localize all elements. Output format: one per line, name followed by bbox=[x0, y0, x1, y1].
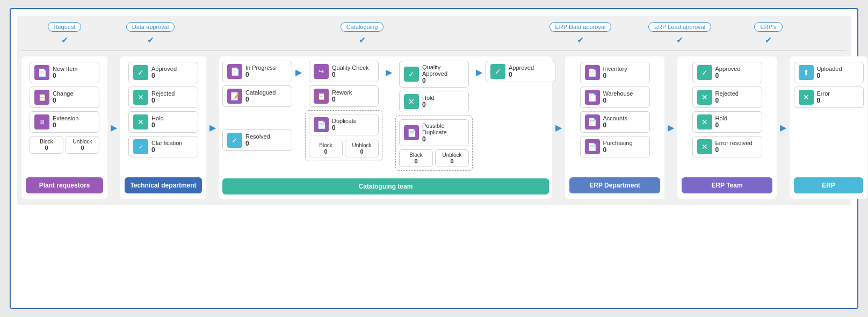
plant-requestors-button[interactable]: Plant requestors bbox=[26, 177, 103, 193]
state-new-item[interactable]: 📄 New Item 0 bbox=[30, 62, 99, 83]
cat-block-unblock: Block 0 Unblock 0 bbox=[309, 140, 379, 157]
accounts-count: 0 bbox=[603, 121, 627, 129]
cat-block-card[interactable]: Block 0 bbox=[309, 140, 343, 157]
hold-cat-count: 0 bbox=[422, 101, 435, 109]
possible-dup-icon: 📄 bbox=[404, 125, 419, 140]
state-qc[interactable]: ↪ Quality Check 0 bbox=[309, 61, 379, 82]
new-item-label: New Item bbox=[53, 66, 77, 72]
uploaded-count: 0 bbox=[817, 72, 842, 80]
state-purchasing[interactable]: 📄 Purchasing 0 bbox=[580, 136, 650, 157]
cat-qa-block-count: 0 bbox=[414, 158, 417, 164]
state-possible-dup[interactable]: 📄 Possible Duplicate 0 bbox=[399, 119, 469, 146]
state-inprogress[interactable]: 📄 In Progress 0 bbox=[222, 61, 292, 82]
state-rejected-da[interactable]: ✕ Rejected 0 bbox=[128, 87, 198, 108]
phase-erp-data-label: ERP Data approval bbox=[549, 22, 612, 32]
extension-count: 0 bbox=[53, 121, 78, 129]
resolved-label: Resolved bbox=[245, 133, 270, 140]
qa-approved-icon: ✓ bbox=[404, 67, 419, 82]
inprogress-label: In Progress bbox=[245, 64, 276, 71]
request-block-card[interactable]: Block 0 bbox=[30, 136, 63, 154]
cat-qa-unblock-card[interactable]: Unblock 0 bbox=[435, 149, 469, 167]
hold-da-icon: ✕ bbox=[133, 114, 148, 129]
phase-cataloguing-check: ✔ bbox=[359, 35, 366, 45]
new-item-icon: 📄 bbox=[34, 65, 49, 80]
qa-approved-count: 0 bbox=[422, 77, 464, 84]
phase-data-approval: Data approval ✔ bbox=[107, 22, 193, 45]
state-resolved[interactable]: ✓ Resolved 0 bbox=[222, 129, 292, 151]
cataloguing-team-button[interactable]: Cataloguing team bbox=[222, 178, 549, 194]
phase-erp-data: ERP Data approval ✔ bbox=[531, 22, 630, 45]
state-hold-cat[interactable]: ✕ Hold 0 bbox=[399, 91, 469, 112]
state-approved-erp[interactable]: ✓ Approved 0 bbox=[692, 62, 762, 83]
phase-request-label: Request bbox=[48, 22, 82, 32]
state-warehouse[interactable]: 📄 Warehouse 0 bbox=[580, 87, 650, 108]
clarification-da-icon: ✓ bbox=[133, 139, 148, 154]
phase-data-approval-check: ✔ bbox=[147, 35, 154, 45]
cat-qa-unblock-count: 0 bbox=[450, 158, 453, 164]
rejected-da-label: Rejected bbox=[151, 90, 175, 97]
workflow-container: Request ✔ Data approval ✔ Cataloguing ✔ … bbox=[17, 16, 851, 205]
catalogued-icon: 📝 bbox=[227, 89, 242, 104]
rework-icon: 📋 bbox=[314, 89, 329, 104]
possible-dup-label: Possible Duplicate bbox=[422, 123, 464, 135]
state-hold-erp[interactable]: ✕ Hold 0 bbox=[692, 111, 762, 133]
phase-erp-load-check: ✔ bbox=[676, 35, 683, 45]
phase-data-approval-label: Data approval bbox=[126, 22, 175, 32]
main-frame: Request ✔ Data approval ✔ Cataloguing ✔ … bbox=[10, 8, 858, 309]
state-qa-approved[interactable]: ✓ Quality Approved 0 bbox=[399, 61, 469, 88]
state-accounts[interactable]: 📄 Accounts 0 bbox=[580, 111, 650, 133]
resolved-icon: ✓ bbox=[227, 133, 242, 148]
cat-qa-unblock-label: Unblock bbox=[442, 152, 461, 158]
arrow-cat-2: ▶ bbox=[386, 61, 392, 83]
phase-erp-data-check: ✔ bbox=[577, 35, 584, 45]
rejected-erp-label: Rejected bbox=[715, 90, 739, 97]
state-clarification-da[interactable]: ✓ Clarification 0 bbox=[128, 136, 198, 157]
state-inventory[interactable]: 📄 Inventory 0 bbox=[580, 62, 650, 83]
cat-qa-col: ✓ Quality Approved 0 ✕ Hold 0 bbox=[395, 61, 473, 171]
phase-cataloguing-label: Cataloguing bbox=[341, 22, 384, 32]
qc-count: 0 bbox=[332, 71, 368, 78]
hold-cat-label: Hold bbox=[422, 95, 435, 101]
state-extension[interactable]: ⊞ Extension 0 bbox=[30, 111, 99, 133]
resolved-count: 0 bbox=[245, 140, 270, 147]
inventory-count: 0 bbox=[603, 72, 627, 80]
erps-column: ⬆ Uploaded 0 ✕ Error 0 ERP bbox=[790, 56, 867, 199]
state-rejected-erp[interactable]: ✕ Rejected 0 bbox=[692, 87, 762, 108]
uploaded-label: Uploaded bbox=[817, 66, 842, 72]
state-approved-da[interactable]: ✓ Approved 0 bbox=[128, 62, 198, 83]
state-approved-cat[interactable]: ✓ Approved 0 bbox=[486, 61, 555, 82]
erp-sys-button[interactable]: ERP bbox=[794, 177, 863, 193]
cat-block-label: Block bbox=[319, 142, 332, 148]
cat-final-col: ✓ Approved 0 bbox=[486, 61, 555, 82]
arrow-erp-data-to-load: ▶ bbox=[668, 56, 674, 199]
state-hold-da[interactable]: ✕ Hold 0 bbox=[128, 111, 198, 133]
approved-erp-icon: ✓ bbox=[697, 65, 712, 80]
state-change[interactable]: 📋 Change 0 bbox=[30, 87, 99, 108]
erp-dept-button[interactable]: ERP Department bbox=[569, 177, 660, 193]
divider bbox=[21, 51, 847, 51]
cat-possible-dup-section: 📄 Possible Duplicate 0 Block 0 bbox=[395, 116, 473, 171]
erp-team-button[interactable]: ERP Team bbox=[682, 177, 772, 193]
request-unblock-card[interactable]: Unblock 0 bbox=[66, 136, 99, 154]
phase-erps-check: ✔ bbox=[765, 35, 772, 45]
rejected-da-count: 0 bbox=[151, 97, 175, 104]
phase-erps: ERP's ✔ bbox=[729, 22, 807, 45]
cat-unblock-card[interactable]: Unblock 0 bbox=[345, 140, 379, 157]
cat-qa-block-label: Block bbox=[409, 152, 422, 158]
rejected-da-icon: ✕ bbox=[133, 90, 148, 105]
qc-label: Quality Check bbox=[332, 64, 368, 71]
approved-da-count: 0 bbox=[151, 72, 177, 80]
technical-dept-button[interactable]: Technical department bbox=[125, 177, 202, 193]
cat-qc-col: ↪ Quality Check 0 📋 Rework 0 bbox=[305, 61, 382, 161]
state-rework[interactable]: 📋 Rework 0 bbox=[309, 85, 379, 107]
state-error-resolved[interactable]: ✕ Error resolved 0 bbox=[692, 136, 762, 157]
state-error[interactable]: ✕ Error 0 bbox=[794, 87, 864, 108]
state-catalogued[interactable]: 📝 Catalogued 0 bbox=[222, 85, 292, 107]
clarification-da-count: 0 bbox=[151, 146, 182, 154]
approved-cat-count: 0 bbox=[509, 71, 534, 78]
cat-qa-block-card[interactable]: Block 0 bbox=[399, 149, 433, 167]
state-duplicate[interactable]: 📄 Duplicate 0 bbox=[309, 114, 379, 135]
qc-icon: ↪ bbox=[314, 64, 329, 79]
columns: 📄 New Item 0 📋 Change 0 ⊞ E bbox=[21, 56, 847, 199]
state-uploaded[interactable]: ⬆ Uploaded 0 bbox=[794, 62, 864, 83]
